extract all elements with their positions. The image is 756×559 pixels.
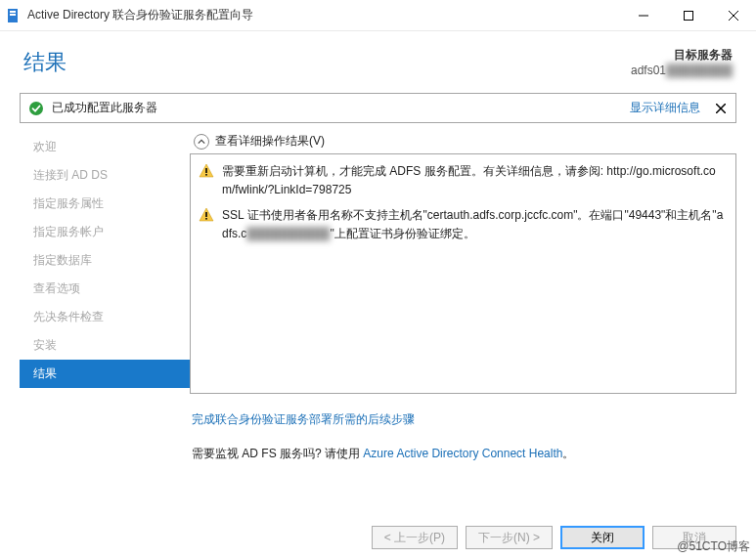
result-text-hidden: ██████████ — [246, 227, 330, 240]
show-details-link[interactable]: 显示详细信息 — [630, 100, 700, 116]
maximize-button[interactable] — [666, 0, 711, 31]
warning-icon — [199, 207, 214, 223]
sidebar-item-install: 安装 — [20, 331, 190, 360]
minimize-button[interactable] — [621, 0, 666, 31]
next-button: 下一步(N) > — [466, 526, 553, 549]
cancel-button: 取消 — [652, 526, 736, 549]
page-title: 结果 — [23, 48, 67, 77]
sidebar-item-results[interactable]: 结果 — [20, 360, 190, 388]
svg-rect-11 — [205, 174, 207, 176]
warning-icon — [199, 163, 214, 179]
window-controls — [621, 0, 756, 30]
chevron-up-icon[interactable] — [194, 134, 209, 150]
sidebar-item-prerequisites: 先决条件检查 — [20, 303, 190, 331]
sidebar-item-welcome: 欢迎 — [20, 133, 190, 161]
window-close-button[interactable] — [711, 0, 756, 31]
sidebar-item-service-account: 指定服务帐户 — [20, 218, 190, 246]
status-banner: 已成功配置此服务器 显示详细信息 — [20, 93, 736, 123]
monitor-text: 需要监视 AD FS 服务吗? 请使用 Azure Active Directo… — [190, 440, 736, 462]
main-panel: 查看详细操作结果(V) 需要重新启动计算机，才能完成 ADFS 服务配置。有关详… — [190, 127, 736, 528]
results-header: 查看详细操作结果(V) — [190, 129, 736, 153]
close-button[interactable]: 关闭 — [560, 526, 645, 549]
previous-button: < 上一步(P) — [372, 526, 458, 549]
wizard-footer: < 上一步(P) 下一步(N) > 关闭 取消 — [372, 526, 736, 549]
svg-rect-10 — [205, 168, 207, 173]
target-server-value: adfs01████████ — [631, 64, 733, 77]
result-text: 需要重新启动计算机，才能完成 ADFS 服务配置。有关详细信息，请参阅: htt… — [222, 162, 728, 198]
success-check-icon — [28, 101, 44, 116]
followup-steps-link[interactable]: 完成联合身份验证服务部署所需的后续步骤 — [190, 394, 736, 440]
target-server-prefix: adfs01 — [631, 64, 666, 77]
results-header-label: 查看详细操作结果(V) — [215, 133, 325, 150]
wizard-sidebar: 欢迎 连接到 AD DS 指定服务属性 指定服务帐户 指定数据库 查看选项 先决… — [20, 127, 190, 528]
banner-close-icon[interactable] — [714, 102, 728, 115]
page-header: 结果 目标服务器 adfs01████████ — [0, 31, 756, 87]
result-text-part-b: "上配置证书身份验证绑定。 — [330, 227, 474, 240]
sidebar-item-review-options: 查看选项 — [20, 275, 190, 303]
svg-rect-4 — [685, 12, 693, 21]
svg-rect-12 — [205, 212, 207, 217]
svg-point-7 — [29, 102, 43, 115]
monitor-suffix: 。 — [562, 447, 574, 460]
result-row: SSL 证书使用者备用名称不支持主机名"certauth.adfs.corp.j… — [199, 204, 728, 248]
sidebar-item-database: 指定数据库 — [20, 246, 190, 275]
sidebar-item-service-properties: 指定服务属性 — [20, 190, 190, 218]
svg-rect-1 — [10, 11, 16, 13]
window-titlebar: Active Directory 联合身份验证服务配置向导 — [0, 0, 756, 31]
result-row: 需要重新启动计算机，才能完成 ADFS 服务配置。有关详细信息，请参阅: htt… — [199, 160, 728, 204]
window-title: Active Directory 联合身份验证服务配置向导 — [27, 7, 621, 23]
target-server-label: 目标服务器 — [631, 47, 733, 64]
content-area: 欢迎 连接到 AD DS 指定服务属性 指定服务帐户 指定数据库 查看选项 先决… — [0, 127, 756, 528]
target-server: 目标服务器 adfs01████████ — [631, 47, 733, 77]
result-text: SSL 证书使用者备用名称不支持主机名"certauth.adfs.corp.j… — [222, 206, 728, 242]
status-message: 已成功配置此服务器 — [52, 100, 622, 116]
aad-connect-health-link[interactable]: Azure Active Directory Connect Health — [363, 447, 562, 460]
svg-rect-2 — [10, 14, 16, 16]
results-list: 需要重新启动计算机，才能完成 ADFS 服务配置。有关详细信息，请参阅: htt… — [190, 153, 736, 394]
app-icon — [6, 8, 22, 23]
svg-rect-13 — [205, 218, 207, 220]
target-server-hidden: ████████ — [666, 64, 733, 77]
monitor-prefix: 需要监视 AD FS 服务吗? 请使用 — [192, 447, 363, 460]
sidebar-item-connect-adds: 连接到 AD DS — [20, 161, 190, 190]
